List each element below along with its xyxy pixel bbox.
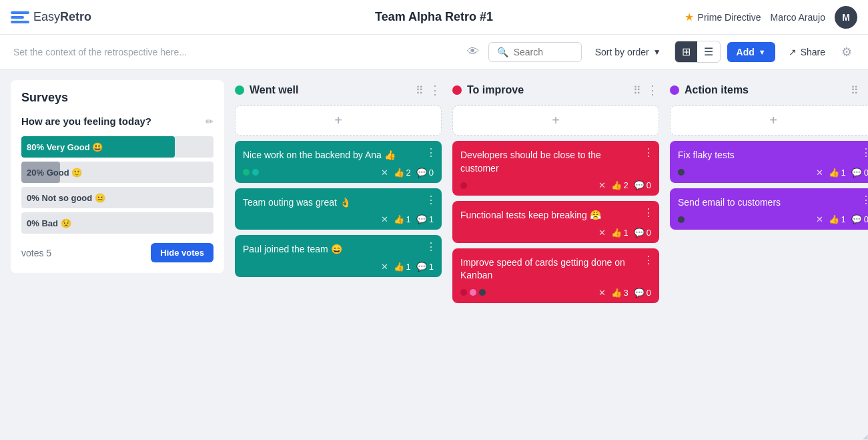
drag-icon: ⠿ — [851, 84, 859, 97]
like-button[interactable]: 👍 3 — [611, 288, 628, 298]
remove-icon[interactable]: ✕ — [381, 214, 388, 224]
card-menu-icon[interactable]: ⋮ — [643, 146, 654, 159]
card-footer: ✕ 👍 1 💬 1 — [243, 262, 434, 272]
comment-button[interactable]: 💬 1 — [416, 262, 434, 272]
survey-bar-text: 0% Bad 😟 — [27, 218, 71, 228]
share-button[interactable]: ↗ Share — [782, 43, 832, 61]
column-title: Went well — [250, 84, 410, 96]
add-card-button[interactable]: + — [670, 105, 868, 136]
column-menu-icon[interactable]: ⋮ — [429, 83, 442, 97]
remove-icon[interactable]: ✕ — [598, 228, 606, 238]
like-button[interactable]: 👍 2 — [611, 180, 628, 190]
comment-button[interactable]: 💬 0 — [634, 288, 651, 298]
resize-handle[interactable]: ◢ — [859, 431, 868, 440]
drag-icon: ⠿ — [633, 84, 641, 97]
like-button[interactable]: 👍 1 — [394, 262, 411, 272]
prime-directive[interactable]: ★ Prime Directive — [685, 11, 761, 23]
comment-button[interactable]: 💬 0 — [416, 168, 434, 178]
hide-votes-button[interactable]: Hide votes — [151, 243, 213, 262]
survey-footer: votes 5 Hide votes — [21, 243, 213, 262]
add-card-button[interactable]: + — [452, 105, 659, 136]
dot — [460, 289, 467, 296]
card: ⋮ Nice work on the backend by Ana 👍 ✕ 👍 … — [235, 141, 442, 183]
settings-button[interactable]: ⚙ — [839, 42, 855, 62]
survey-bar-row-1: 20% Good 🙂 — [21, 162, 213, 183]
card-footer: ✕ 👍 1 💬 0 — [678, 214, 868, 224]
card: ⋮ Improve speed of cards getting done on… — [452, 248, 659, 303]
card-menu-icon[interactable]: ⋮ — [426, 194, 436, 206]
app-header: EasyRetro Team Alpha Retro #1 ★ Prime Di… — [0, 0, 868, 35]
toolbar-actions: 👁 🔍 Sort by order ▼ ⊞ ☰ Add ▼ ↗ Share ⚙ — [464, 41, 855, 63]
card-menu-icon[interactable]: ⋮ — [861, 146, 868, 159]
survey-bar-row-0: 80% Very Good 😃 — [21, 136, 213, 158]
column-title: To improve — [467, 84, 628, 96]
comment-button[interactable]: 💬 1 — [416, 214, 434, 224]
like-button[interactable]: 👍 1 — [394, 214, 411, 224]
card-text: Paul joined the team 😄 — [243, 243, 434, 256]
like-button[interactable]: 👍 1 — [611, 228, 628, 238]
survey-bar-text: 80% Very Good 😃 — [27, 142, 103, 152]
card-actions: ✕ 👍 2 💬 0 — [381, 168, 434, 178]
share-icon: ↗ — [789, 47, 797, 57]
prime-directive-label: Prime Directive — [698, 12, 761, 23]
comment-button[interactable]: 💬 0 — [634, 228, 651, 238]
surveys-title: Surveys — [21, 91, 213, 105]
view-toggle: ⊞ ☰ — [675, 41, 721, 63]
chevron-down-icon: ▼ — [653, 47, 661, 57]
comment-button[interactable]: 💬 0 — [634, 180, 651, 190]
logo[interactable]: EasyRetro — [11, 10, 91, 24]
card-dots — [460, 182, 467, 189]
card-actions: ✕ 👍 1 💬 0 — [598, 228, 651, 238]
remove-icon[interactable]: ✕ — [381, 262, 388, 272]
remove-icon[interactable]: ✕ — [598, 288, 606, 298]
card-menu-icon[interactable]: ⋮ — [426, 240, 436, 253]
survey-bar-fill: 80% Very Good 😃 — [21, 136, 175, 158]
toolbar: Set the context of the retrospective her… — [0, 35, 868, 69]
card: ⋮ Paul joined the team 😄 ✕ 👍 1 💬 1 — [235, 235, 442, 277]
survey-bar-text: 0% Not so good 😐 — [27, 193, 105, 203]
like-button[interactable]: 👍 1 — [829, 168, 846, 178]
survey-question-row: How are you feeling today? ✏ — [21, 116, 213, 127]
add-label: Add — [737, 47, 755, 57]
eye-button[interactable]: 👁 — [464, 42, 482, 61]
list-view-button[interactable]: ☰ — [697, 41, 720, 62]
card-footer: ✕ 👍 1 💬 1 — [243, 214, 434, 224]
card: ⋮ Developers should be close to the cust… — [452, 141, 659, 196]
edit-icon[interactable]: ✏ — [205, 116, 213, 127]
dot — [678, 216, 685, 223]
column-dot — [235, 85, 244, 95]
card-menu-icon[interactable]: ⋮ — [861, 194, 868, 206]
search-input[interactable] — [514, 47, 560, 57]
card-text: Fix flaky tests — [678, 149, 868, 162]
add-button[interactable]: Add ▼ — [727, 42, 775, 62]
card-dots — [678, 169, 685, 176]
card-text: Nice work on the backend by Ana 👍 — [243, 149, 434, 162]
share-label: Share — [801, 47, 825, 57]
remove-icon[interactable]: ✕ — [598, 180, 606, 190]
survey-question: How are you feeling today? — [21, 116, 151, 127]
card-menu-icon[interactable]: ⋮ — [643, 254, 654, 266]
card-menu-icon[interactable]: ⋮ — [643, 206, 654, 219]
context-text: Set the context of the retrospective her… — [13, 47, 187, 57]
page-title: Team Alpha Retro #1 — [375, 10, 493, 24]
remove-icon[interactable]: ✕ — [381, 168, 388, 178]
column-menu-icon[interactable]: ⋮ — [864, 83, 868, 97]
sort-button[interactable]: Sort by order ▼ — [588, 43, 668, 61]
comment-button[interactable]: 💬 0 — [851, 168, 868, 178]
survey-bar-container: 20% Good 🙂 — [21, 162, 213, 183]
comment-button[interactable]: 💬 0 — [851, 214, 868, 224]
grid-view-button[interactable]: ⊞ — [675, 41, 697, 62]
like-button[interactable]: 👍 1 — [829, 214, 846, 224]
column-went-well: Went well ⠿ ⋮ + ⋮ Nice work on the backe… — [235, 80, 442, 429]
like-button[interactable]: 👍 2 — [394, 168, 411, 178]
logo-text: EasyRetro — [33, 10, 91, 24]
user-avatar[interactable]: M — [835, 6, 857, 29]
survey-bar-text: 20% Good 🙂 — [27, 168, 82, 178]
column-action-items: Action items ⠿ ⋮ + ⋮ Fix flaky tests ✕ 👍… — [670, 80, 868, 429]
column-menu-icon[interactable]: ⋮ — [646, 83, 659, 97]
remove-icon[interactable]: ✕ — [816, 168, 823, 178]
dot — [243, 169, 250, 176]
add-card-button[interactable]: + — [235, 105, 442, 136]
card-menu-icon[interactable]: ⋮ — [426, 146, 436, 159]
remove-icon[interactable]: ✕ — [816, 214, 823, 224]
